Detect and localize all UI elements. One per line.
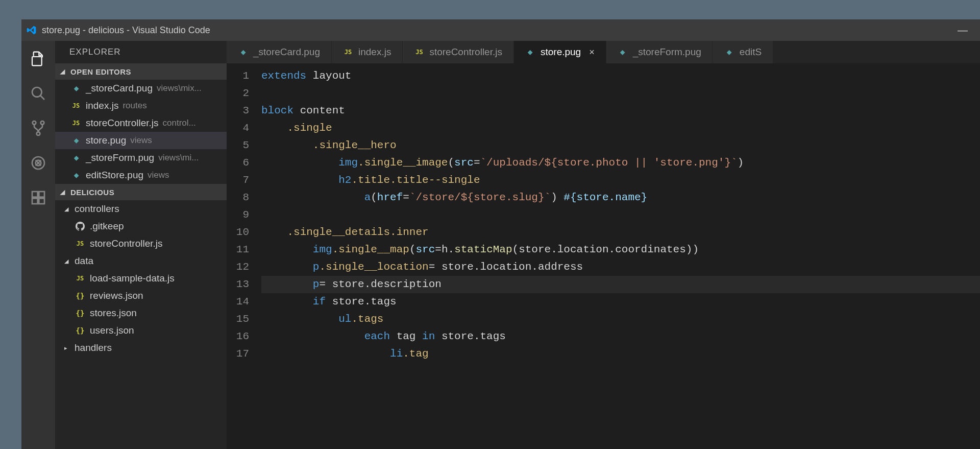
window-title: store.pug - delicious - Visual Studio Co… [42, 25, 958, 36]
open-editor-item[interactable]: ◆_storeCard.pugviews\mix... [55, 80, 227, 97]
code-line[interactable]: li.tag [261, 345, 980, 363]
tab-label: store.pug [541, 46, 581, 58]
extensions-icon[interactable] [28, 187, 49, 208]
file-item[interactable]: JSload-sample-data.js [55, 270, 227, 287]
folder-item[interactable]: ◢controllers [55, 200, 227, 218]
folder-item[interactable]: ▸handlers [55, 339, 227, 357]
project-header[interactable]: ◢ DELICIOUS [55, 184, 227, 200]
file-path: views\mi... [158, 153, 199, 163]
code-line[interactable]: h2.title.title--single [261, 172, 980, 189]
code-line[interactable]: ul.tags [261, 311, 980, 328]
js-file-icon: JS [343, 47, 353, 57]
code-line[interactable]: a(href=`/store/${store.slug}`) #{store.n… [261, 189, 980, 206]
code-line[interactable]: extends layout [261, 67, 980, 85]
file-name: storeController.js [90, 238, 163, 249]
code-line[interactable] [261, 85, 980, 102]
code-line[interactable]: img.single__map(src=h.staticMap(store.lo… [261, 241, 980, 258]
pug-file-icon: ◆ [238, 47, 248, 57]
folder-name: data [75, 255, 93, 267]
editor-zone: ◆_storeCard.pugJSindex.jsJSstoreControll… [227, 41, 980, 449]
titlebar[interactable]: store.pug - delicious - Visual Studio Co… [21, 19, 980, 41]
tab-label: editS [740, 46, 762, 58]
code-line[interactable]: block content [261, 102, 980, 120]
line-number: 8 [227, 189, 249, 206]
js-file-icon: JS [75, 273, 86, 284]
search-icon[interactable] [28, 83, 49, 104]
editor-tabs: ◆_storeCard.pugJSindex.jsJSstoreControll… [227, 41, 980, 63]
file-path: views [130, 135, 152, 146]
pug-file-icon: ◆ [70, 83, 82, 94]
line-number: 16 [227, 328, 249, 345]
file-item[interactable]: {}reviews.json [55, 287, 227, 304]
chevron-down-icon: ◢ [60, 68, 67, 75]
js-file-icon: JS [70, 100, 82, 111]
line-number: 1 [227, 67, 249, 85]
editor-body[interactable]: 1234567891011121314151617 extends layout… [227, 63, 980, 449]
code-line[interactable]: img.single__image(src=`/uploads/${store.… [261, 154, 980, 172]
file-item[interactable]: {}users.json [55, 322, 227, 339]
editor-tab[interactable]: ◆store.pug× [514, 41, 606, 63]
code-line[interactable]: each tag in store.tags [261, 328, 980, 345]
open-editor-item[interactable]: ◆_storeForm.pugviews\mi... [55, 149, 227, 167]
tab-label: storeController.js [429, 46, 502, 58]
editor-tab[interactable]: JSstoreController.js [403, 41, 514, 63]
code-line[interactable]: p= store.description [261, 276, 980, 293]
code-line[interactable]: .single__hero [261, 137, 980, 154]
app-window: store.pug - delicious - Visual Studio Co… [21, 19, 980, 449]
file-name: stores.json [90, 308, 137, 319]
js-file-icon: JS [414, 47, 424, 57]
line-number: 12 [227, 258, 249, 276]
line-number: 4 [227, 120, 249, 137]
explorer-icon[interactable] [28, 48, 49, 69]
editor-tab[interactable]: ◆_storeCard.pug [227, 41, 332, 63]
file-path: control... [163, 118, 196, 128]
open-editor-item[interactable]: JSstoreController.jscontrol... [55, 114, 227, 132]
close-icon[interactable]: × [589, 47, 595, 58]
code-line[interactable]: .single [261, 120, 980, 137]
open-editor-item[interactable]: ◆store.pugviews [55, 132, 227, 149]
code-line[interactable]: p.single__location= store.location.addre… [261, 258, 980, 276]
folder-name: handlers [75, 342, 112, 353]
svg-point-1 [32, 87, 42, 97]
project-tree: ◢controllers.gitkeepJSstoreController.js… [55, 200, 227, 357]
chevron-right-icon: ▸ [64, 345, 71, 351]
line-number: 17 [227, 345, 249, 363]
open-editor-item[interactable]: JSindex.jsroutes [55, 97, 227, 114]
file-name: store.pug [86, 135, 126, 146]
line-gutter: 1234567891011121314151617 [227, 63, 261, 449]
source-control-icon[interactable] [28, 117, 49, 139]
file-item[interactable]: .gitkeep [55, 218, 227, 235]
open-editors-header[interactable]: ◢ OPEN EDITORS [55, 63, 227, 80]
editor-tab[interactable]: ◆_storeForm.pug [606, 41, 713, 63]
svg-rect-0 [32, 57, 42, 65]
pug-file-icon: ◆ [70, 152, 82, 163]
line-number: 7 [227, 172, 249, 189]
editor-tab[interactable]: ◆editS [713, 41, 773, 63]
open-editors-label: OPEN EDITORS [70, 67, 131, 76]
github-icon [75, 221, 86, 232]
code-line[interactable]: if store.tags [261, 293, 980, 311]
open-editor-item[interactable]: ◆editStore.pugviews [55, 167, 227, 184]
tab-label: _storeCard.pug [253, 46, 320, 58]
chevron-down-icon: ◢ [60, 188, 67, 196]
folder-item[interactable]: ◢data [55, 252, 227, 270]
minimize-button[interactable]: — [958, 25, 968, 36]
svg-rect-8 [32, 192, 38, 197]
code-area[interactable]: extends layoutblock content .single .sin… [261, 63, 980, 449]
window-controls: — [958, 25, 975, 36]
activity-bar [21, 41, 55, 449]
chevron-down-icon: ◢ [64, 206, 71, 212]
file-item[interactable]: {}stores.json [55, 304, 227, 322]
svg-rect-11 [39, 192, 44, 197]
svg-point-3 [33, 121, 36, 125]
sidebar: EXPLORER ◢ OPEN EDITORS ◆_storeCard.pugv… [55, 41, 227, 449]
debug-icon[interactable] [28, 152, 49, 174]
line-number: 13 [227, 276, 249, 293]
file-name: load-sample-data.js [90, 273, 175, 284]
code-line[interactable] [261, 206, 980, 224]
code-line[interactable]: .single__details.inner [261, 224, 980, 241]
file-item[interactable]: JSstoreController.js [55, 235, 227, 252]
line-number: 10 [227, 224, 249, 241]
editor-tab[interactable]: JSindex.js [332, 41, 403, 63]
file-name: storeController.js [86, 117, 159, 129]
